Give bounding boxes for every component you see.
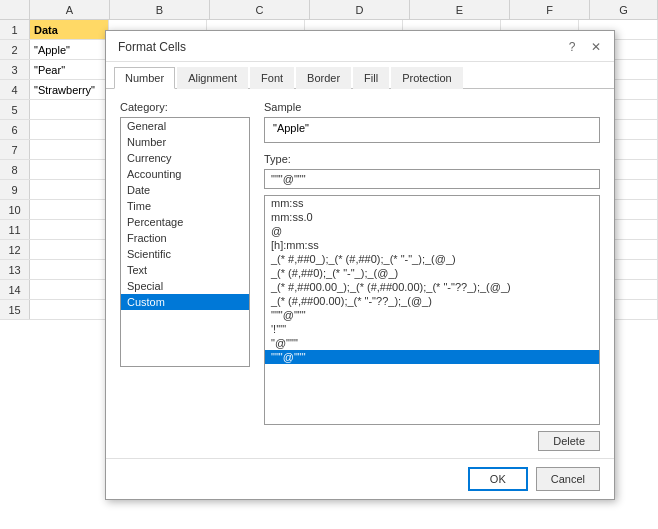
type-input[interactable] [264,169,600,189]
ok-button[interactable]: OK [468,467,528,491]
sample-section: Sample "Apple" [264,101,600,143]
close-button[interactable]: ✕ [588,39,604,55]
dialog-title: Format Cells [118,40,186,54]
category-item-date[interactable]: Date [121,182,249,198]
tab-number[interactable]: Number [114,67,175,89]
tab-bar: Number Alignment Font Border Fill Protec… [106,62,614,89]
format-item-at[interactable]: @ [265,224,599,238]
format-item-accounting1[interactable]: _(* #,##0_);_(* (#,##0);_(* "-"_);_(@_) [265,252,599,266]
cell-a1[interactable]: Data [30,20,109,39]
format-item-mmss[interactable]: mm:ss [265,196,599,210]
right-panel: Sample "Apple" Type: mm:ss mm:ss.0 @ [h]… [264,101,600,451]
format-item-accounting2[interactable]: _(* (#,##0);_(* "-"_);_(@_) [265,266,599,280]
category-section: Category: General Number Currency Accoun… [120,101,250,451]
category-item-accounting[interactable]: Accounting [121,166,249,182]
dialog-content: Category: General Number Currency Accoun… [106,89,614,487]
delete-button[interactable]: Delete [538,431,600,451]
format-item-hmmss[interactable]: [h]:mm:ss [265,238,599,252]
format-item-accounting3[interactable]: _(* #,##00.00_);_(* (#,##00.00);_(* "-"?… [265,280,599,294]
col-c-header: C [210,0,310,19]
sample-label: Sample [264,101,600,113]
category-label: Category: [120,101,250,113]
category-item-text[interactable]: Text [121,262,249,278]
category-item-scientific[interactable]: Scientific [121,246,249,262]
format-cells-dialog: Format Cells ? ✕ Number Alignment Font B… [105,30,615,500]
tab-font[interactable]: Font [250,67,294,89]
type-label: Type: [264,153,600,165]
category-item-number[interactable]: Number [121,134,249,150]
dialog-body: Category: General Number Currency Accoun… [120,101,600,451]
category-item-custom[interactable]: Custom [121,294,249,310]
category-list[interactable]: General Number Currency Accounting Date … [120,117,250,367]
cancel-button[interactable]: Cancel [536,467,600,491]
tab-alignment[interactable]: Alignment [177,67,248,89]
cell-a4[interactable]: "Strawberry" [30,80,109,99]
tab-border[interactable]: Border [296,67,351,89]
row-num-header [0,0,30,19]
category-item-general[interactable]: General [121,118,249,134]
help-button[interactable]: ? [564,39,580,55]
category-item-fraction[interactable]: Fraction [121,230,249,246]
format-item-quote2[interactable]: "@""" [265,336,599,350]
column-headers: A B C D E F G [0,0,658,20]
dialog-titlebar: Format Cells ? ✕ [106,31,614,62]
format-item-quote1[interactable]: """@""" [265,308,599,322]
col-d-header: D [310,0,410,19]
category-item-time[interactable]: Time [121,198,249,214]
dialog-footer: OK Cancel [106,458,614,499]
col-f-header: F [510,0,590,19]
format-item-exclaim[interactable]: '!'"" [265,322,599,336]
tab-protection[interactable]: Protection [391,67,463,89]
tab-fill[interactable]: Fill [353,67,389,89]
col-g-header: G [590,0,658,19]
category-item-special[interactable]: Special [121,278,249,294]
cell-a2[interactable]: "Apple" [30,40,109,59]
format-item-accounting4[interactable]: _(* (#,##00.00);_(* "-"??_);_(@_) [265,294,599,308]
sample-value: "Apple" [264,117,600,143]
format-list[interactable]: mm:ss mm:ss.0 @ [h]:mm:ss _(* #,##0_);_(… [264,195,600,425]
col-a-header: A [30,0,110,19]
category-item-percentage[interactable]: Percentage [121,214,249,230]
category-item-currency[interactable]: Currency [121,150,249,166]
format-item-selected[interactable]: """@""" [265,350,599,364]
col-e-header: E [410,0,510,19]
dialog-controls: ? ✕ [564,39,604,55]
format-item-mmss0[interactable]: mm:ss.0 [265,210,599,224]
cell-a3[interactable]: "Pear" [30,60,109,79]
col-b-header: B [110,0,210,19]
